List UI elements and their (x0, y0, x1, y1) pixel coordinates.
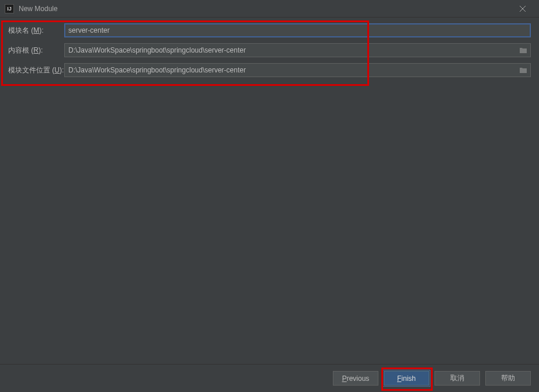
label-content-root: 内容根 (R): (8, 46, 64, 55)
label-text: ): (60, 66, 64, 74)
close-icon (520, 6, 526, 12)
previous-button[interactable]: Previous (333, 371, 378, 386)
close-button[interactable] (511, 0, 534, 18)
finish-button[interactable]: Finish (384, 371, 429, 386)
btn-text: revious (347, 374, 370, 383)
row-module-name: 模块名 (M): (8, 23, 531, 37)
cancel-button[interactable]: 取消 (434, 371, 480, 386)
content-root-value: D:\Java\WorkSpace\springboot\springcloud… (68, 46, 517, 54)
btn-text: inish (401, 374, 416, 383)
label-text: ): (39, 46, 43, 54)
label-text: 模块文件位置 ( (8, 66, 54, 74)
content-root-field[interactable]: D:\Java\WorkSpace\springboot\springcloud… (64, 43, 531, 57)
module-file-location-value: D:\Java\WorkSpace\springboot\springcloud… (68, 66, 517, 74)
folder-icon (519, 67, 527, 74)
browse-module-file-location-button[interactable] (517, 64, 529, 76)
titlebar: IJ New Module (0, 0, 539, 18)
folder-icon (519, 47, 527, 54)
label-mnemonic: M (33, 26, 39, 34)
module-file-location-field[interactable]: D:\Java\WorkSpace\springboot\springcloud… (64, 63, 531, 77)
module-name-input[interactable] (64, 23, 531, 37)
help-button[interactable]: 帮助 (485, 371, 531, 386)
row-module-file-location: 模块文件位置 (U): D:\Java\WorkSpace\springboot… (8, 63, 531, 77)
app-icon: IJ (5, 4, 14, 13)
label-mnemonic: U (54, 66, 60, 74)
label-text: 内容根 ( (8, 46, 33, 54)
label-module-name: 模块名 (M): (8, 26, 64, 36)
window-title: New Module (19, 5, 58, 13)
label-text: ): (39, 26, 43, 34)
label-mnemonic: R (33, 46, 39, 54)
browse-content-root-button[interactable] (517, 44, 529, 56)
mnemonic: P (342, 374, 347, 383)
label-text: 模块名 ( (8, 26, 33, 34)
form-content: 模块名 (M): 内容根 (R): D:\Java\WorkSpace\spri… (0, 18, 539, 77)
row-content-root: 内容根 (R): D:\Java\WorkSpace\springboot\sp… (8, 43, 531, 57)
button-bar: Previous Finish 取消 帮助 (0, 364, 539, 392)
label-module-file-location: 模块文件位置 (U): (8, 65, 64, 75)
